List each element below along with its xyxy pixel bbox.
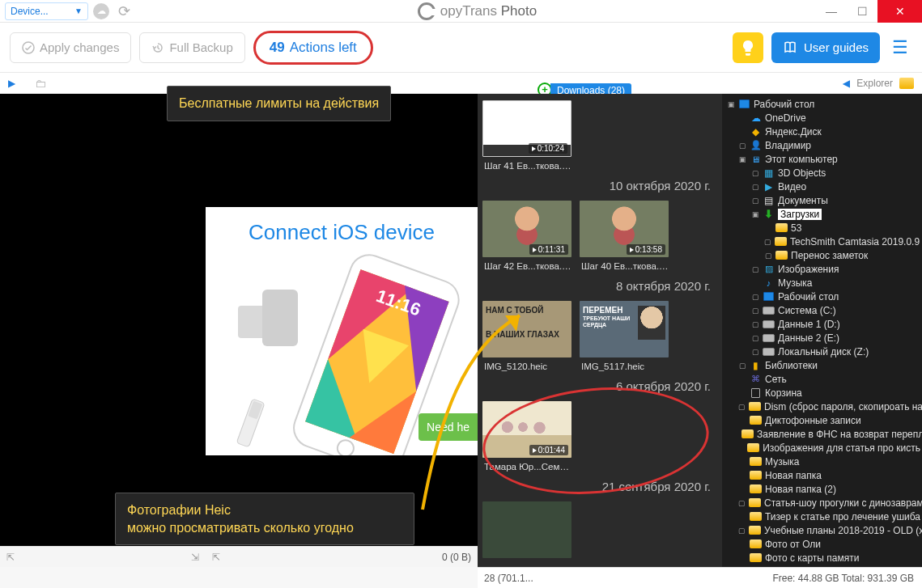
- chevron-down-icon: ▼: [74, 6, 83, 15]
- sub-toolbar: ▶ 🗀 + Downloads (28) ▶ Explorer: [0, 73, 922, 94]
- maximize-button[interactable]: ☐: [847, 0, 877, 23]
- app-brand: opyTrans Photo: [138, 2, 816, 20]
- close-button[interactable]: ✕: [877, 0, 922, 23]
- device-label: Device...: [11, 6, 49, 17]
- thumb-item[interactable]: [482, 501, 571, 558]
- refresh-icon[interactable]: ⟳: [116, 3, 132, 19]
- tree-node-pc[interactable]: ▣🖥Этот компьютер: [724, 152, 920, 166]
- toolbar: Apply changes Full Backup 49 Actions lef…: [0, 23, 922, 73]
- collapse-left-icon[interactable]: ⇱: [212, 552, 220, 563]
- tree-node[interactable]: Музыка: [724, 455, 920, 468]
- tree-node-network[interactable]: ⌘Сеть: [724, 372, 920, 386]
- album-open-icon[interactable]: 🗀: [35, 77, 46, 90]
- device-select[interactable]: Device... ▼: [5, 2, 88, 20]
- status-mid: ⇱ 0 (0 B): [206, 546, 478, 567]
- folder-icon[interactable]: [899, 78, 914, 89]
- thumb-item[interactable]: 0:01:44 Тамара Юр...Семья.mp4: [482, 401, 571, 473]
- tree-node[interactable]: Фото от Оли: [724, 537, 920, 551]
- date-header: 10 октября 2020 г.: [481, 176, 719, 197]
- tree-node[interactable]: ▢Перенос заметок: [724, 248, 920, 262]
- status-left-value: 0 (0 B): [442, 552, 471, 563]
- collapse-left-icon[interactable]: ⇱: [6, 552, 15, 563]
- tree-node-music[interactable]: ♪Музыка: [724, 276, 920, 290]
- actions-left-pill[interactable]: 49 Actions left: [253, 31, 373, 65]
- mid-status-value: 28 (701.1...: [484, 573, 533, 584]
- tree-node-pictures[interactable]: ▢▨Изображения: [724, 262, 920, 276]
- tree-node[interactable]: ▢TechSmith Camtasia 2019.0.9 R: [724, 235, 920, 248]
- tree-node-downloads[interactable]: ▣⬇Загрузки: [724, 207, 920, 221]
- connect-title: Connect iOS device: [249, 220, 435, 245]
- thumb-item[interactable]: НАМ С ТОБОЙВ НАШИХ ГЛАЗАХ IMG_5120.heic: [482, 301, 571, 373]
- tree-node[interactable]: Тизер к статье про лечение ушиба: [724, 510, 920, 523]
- connect-area: Connect iOS device 11:16: [206, 207, 478, 455]
- status-right: 28 (701.1... Free: 44.88 GB Total: 931.3…: [478, 567, 922, 588]
- thumb-item[interactable]: 0:13:58 Шаг 40 Ев...ткова.mp4: [580, 201, 669, 273]
- tree-node-video[interactable]: ▢▶Видео: [724, 180, 920, 193]
- tree-node-drive-c[interactable]: ▢Система (C:): [724, 303, 920, 317]
- play-right-icon[interactable]: ▶: [8, 78, 15, 89]
- tree-node[interactable]: Новая папка (2): [724, 482, 920, 496]
- cloud-icon[interactable]: ☁: [93, 3, 109, 19]
- need-help-button[interactable]: Need he: [419, 413, 478, 441]
- thumb-item[interactable]: 0:10:24 Шаг 41 Ев...ткова.mp4: [482, 100, 571, 172]
- history-icon: [151, 41, 164, 54]
- actions-count: 49: [270, 40, 285, 56]
- tree-node[interactable]: Диктофонные записи: [724, 413, 920, 427]
- tree-node-yandex[interactable]: ◆Яндекс.Диск: [724, 125, 920, 138]
- menu-button[interactable]: ☰: [888, 37, 912, 58]
- tree-node-drive-z[interactable]: ▢Локальный диск (Z:): [724, 345, 920, 358]
- tree-node-trash[interactable]: Корзина: [724, 386, 920, 400]
- bulb-icon: [740, 39, 756, 57]
- annotation-heic: Фотографии Heic можно просматривать скол…: [115, 493, 414, 545]
- apply-changes-button[interactable]: Apply changes: [10, 32, 131, 63]
- minimize-button[interactable]: —: [816, 0, 847, 23]
- status-left: ⇱ ⇲: [0, 546, 206, 567]
- date-header: 6 октября 2020 г.: [481, 376, 719, 398]
- tree-node-docs[interactable]: ▢▤Документы: [724, 193, 920, 207]
- tree-node-user[interactable]: ▢👤Владимир: [724, 138, 920, 152]
- tips-button[interactable]: [733, 32, 763, 63]
- actions-label: Actions left: [290, 40, 357, 56]
- check-icon: [22, 41, 35, 54]
- tree-node[interactable]: ▢Учебные планы 2018-2019 - OLD (хр: [724, 523, 920, 537]
- play-left-icon[interactable]: ▶: [843, 78, 850, 89]
- thumb-item[interactable]: ПЕРЕМЕНТРЕБУЮТ НАШИ СЕРДЦА IMG_5117.heic: [580, 301, 669, 373]
- svg-rect-3: [262, 290, 298, 346]
- tree-node[interactable]: Новая папка: [724, 468, 920, 482]
- date-header: 21 сентября 2020 г.: [481, 476, 719, 498]
- tree-node[interactable]: Заявление в ФНС на возврат перепл: [724, 427, 920, 441]
- tree-node[interactable]: 53: [724, 221, 920, 235]
- tree-node-drive-d[interactable]: ▢Данные 1 (D:): [724, 317, 920, 331]
- disk-status: Free: 44.88 GB Total: 931.39 GB: [772, 573, 914, 584]
- explorer-tree: ▣Рабочий стол ☁OneDrive ◆Яндекс.Диск ▢👤В…: [722, 94, 922, 567]
- tree-node-desktop2[interactable]: ▢Рабочий стол: [724, 290, 920, 303]
- svg-rect-15: [248, 401, 262, 420]
- tree-node-3d[interactable]: ▢▦3D Objects: [724, 166, 920, 180]
- thumbnails-panel: 0:10:24 Шаг 41 Ев...ткова.mp4 10 октября…: [478, 94, 722, 567]
- tree-node-drive-e[interactable]: ▢Данные 2 (E:): [724, 331, 920, 345]
- tree-node-onedrive[interactable]: ☁OneDrive: [724, 111, 920, 125]
- tree-node[interactable]: Фото с карты памяти: [724, 551, 920, 565]
- tree-node-libraries[interactable]: ▢▮Библиотеки: [724, 358, 920, 372]
- brand-logo-icon: [418, 2, 436, 20]
- annotation-limits: Беслпатные лимиты на действия: [167, 86, 391, 121]
- user-guides-button[interactable]: User guides: [771, 32, 880, 63]
- full-backup-button[interactable]: Full Backup: [139, 32, 244, 63]
- tree-node[interactable]: ▢Статья-шоу прогулки с динозаврам: [724, 496, 920, 510]
- tree-node[interactable]: ▢Dism (сброс пароля, скопироать на у: [724, 400, 920, 413]
- collapse-right-icon[interactable]: ⇲: [191, 552, 199, 563]
- tree-node-desktop[interactable]: ▣Рабочий стол: [724, 97, 920, 111]
- date-header: 8 октября 2020 г.: [481, 276, 719, 298]
- title-bar: Device... ▼ ☁ ⟳ opyTrans Photo — ☐ ✕: [0, 0, 922, 23]
- tree-node[interactable]: Изображения для статья про кисть: [724, 441, 920, 455]
- explorer-label: Explorer: [856, 78, 893, 89]
- book-icon: [783, 40, 797, 55]
- thumb-item[interactable]: 0:11:31 Шаг 42 Ев...ткова.mp4: [482, 201, 571, 273]
